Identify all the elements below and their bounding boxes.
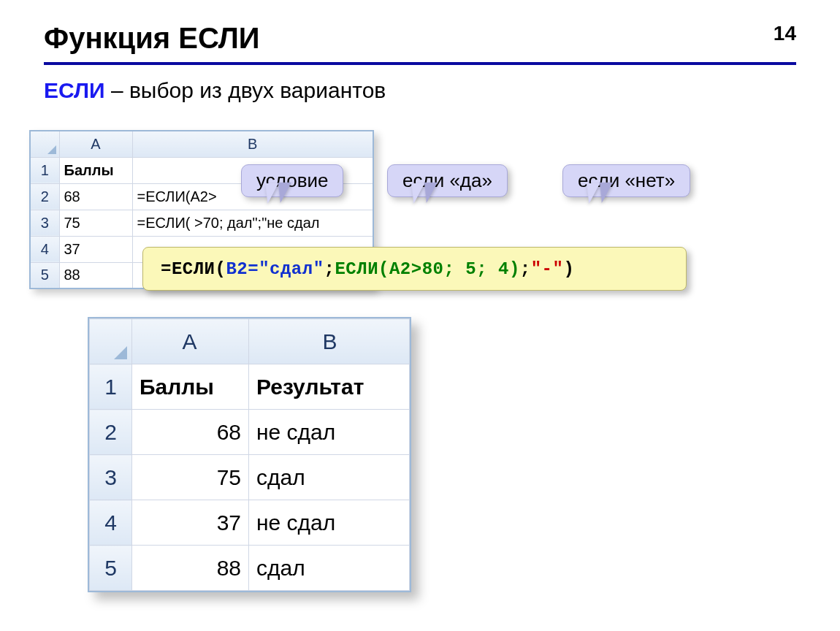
subtitle-keyword: ЕСЛИ: [44, 78, 105, 102]
row-header[interactable]: 4: [90, 500, 132, 546]
slide-title: Функция ЕСЛИ: [44, 22, 796, 65]
callout-if-no: если «нет»: [562, 164, 690, 197]
select-all-corner[interactable]: [30, 131, 59, 157]
formula-condition: B2="сдал": [226, 259, 324, 279]
formula-box: =ЕСЛИ( B2="сдал" ; ЕСЛИ(A2>80; 5; 4) ; "…: [142, 247, 687, 291]
callout-if-yes: если «да»: [387, 164, 508, 197]
cell[interactable]: 37: [59, 236, 132, 262]
row-header[interactable]: 5: [90, 546, 132, 591]
cell-header[interactable]: Баллы: [132, 364, 249, 410]
formula-text: ;: [520, 259, 531, 279]
row-header[interactable]: 3: [30, 210, 59, 236]
row-header[interactable]: 2: [30, 183, 59, 210]
col-header-a[interactable]: A: [59, 131, 132, 157]
cell[interactable]: не сдал: [249, 410, 410, 455]
cell[interactable]: 88: [59, 262, 132, 288]
row-header[interactable]: 1: [90, 364, 132, 410]
page-number: 14: [774, 22, 796, 45]
col-header-a[interactable]: A: [132, 319, 249, 364]
row-header[interactable]: 2: [90, 410, 132, 455]
cell[interactable]: сдал: [249, 546, 410, 591]
cell[interactable]: 88: [132, 546, 249, 591]
subtitle-rest: – выбор из двух вариантов: [105, 78, 386, 102]
formula-text: ;: [324, 259, 335, 279]
cell[interactable]: 75: [59, 210, 132, 236]
cell[interactable]: 37: [132, 500, 249, 546]
cell[interactable]: не сдал: [249, 500, 410, 546]
subtitle: ЕСЛИ – выбор из двух вариантов: [44, 78, 796, 103]
formula-text: =ЕСЛИ(: [161, 259, 226, 279]
row-header[interactable]: 4: [30, 236, 59, 262]
row-header[interactable]: 1: [30, 157, 59, 183]
cell[interactable]: Баллы: [59, 157, 132, 183]
callout-condition: условие: [241, 164, 343, 197]
cell[interactable]: 68: [132, 410, 249, 455]
formula-text: ): [563, 259, 574, 279]
row-header[interactable]: 3: [90, 455, 132, 500]
cell[interactable]: сдал: [249, 455, 410, 500]
col-header-b[interactable]: B: [132, 131, 373, 157]
formula-true: ЕСЛИ(A2>80; 5; 4): [335, 259, 519, 279]
row-header[interactable]: 5: [30, 262, 59, 288]
select-all-corner[interactable]: [90, 319, 132, 364]
cell-header[interactable]: Результат: [249, 364, 410, 410]
spreadsheet-result: A B 1 Баллы Результат 2 68 не сдал 3 75 …: [89, 318, 410, 591]
formula-false: "-": [531, 259, 564, 279]
cell[interactable]: 75: [132, 455, 249, 500]
cell[interactable]: 68: [59, 183, 132, 210]
col-header-b[interactable]: B: [249, 319, 410, 364]
